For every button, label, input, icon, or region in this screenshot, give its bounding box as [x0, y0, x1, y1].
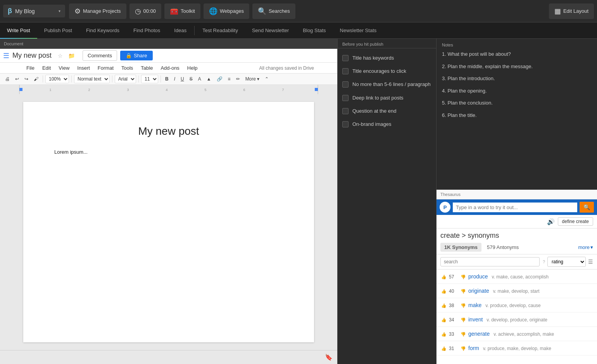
syn-word-1[interactable]: produce	[468, 273, 488, 280]
text-color-button[interactable]: A	[196, 75, 203, 83]
doc-hamburger-icon[interactable]: ☰	[3, 52, 9, 60]
style-select[interactable]: Normal text	[74, 75, 110, 83]
syn-vote-up-3[interactable]: 👍	[441, 303, 447, 308]
highlight-button[interactable]: ▲	[205, 75, 213, 83]
gear-icon: ⚙	[74, 7, 81, 15]
sound-icon[interactable]: 🔊	[547, 218, 555, 225]
help-icon[interactable]: ?	[543, 259, 545, 264]
bookmark-icon[interactable]: 🔖	[323, 352, 334, 362]
doc-body-text[interactable]: Lorem ipsum...	[54, 149, 283, 155]
menu-format[interactable]: Format	[95, 64, 117, 72]
manage-projects-button[interactable]: ⚙ Manage Projects	[69, 3, 126, 19]
more-button[interactable]: More ▾	[243, 75, 262, 83]
underline-button[interactable]: U	[179, 75, 186, 83]
zoom-select[interactable]: 100%	[45, 75, 69, 83]
more-label[interactable]: more ▾	[578, 244, 593, 250]
tab-ideas[interactable]: Ideas	[167, 22, 193, 39]
main-layout: Document ☰ My new post ☆ 📁 Comments 🔒 Sh…	[0, 39, 597, 364]
checklist-item-6[interactable]: On-brand images	[338, 118, 436, 131]
menu-file[interactable]: File	[23, 64, 38, 72]
tab-publish-post[interactable]: Publish Post	[37, 22, 79, 39]
menu-edit[interactable]: Edit	[39, 64, 54, 72]
searches-label: Searches	[269, 8, 290, 14]
synonyms-tab[interactable]: 1K Synonyms	[440, 243, 481, 252]
syn-word-3[interactable]: make	[468, 302, 481, 308]
share-button[interactable]: 🔒 Share	[120, 51, 153, 60]
doc-star-icon[interactable]: ☆	[58, 53, 63, 59]
syn-vote-down-5[interactable]: 👎	[461, 332, 466, 337]
checklist-item-4[interactable]: Deep link to past posts	[338, 91, 436, 105]
link-button[interactable]: 🔗	[215, 75, 224, 83]
checklist-item-3[interactable]: No more than 5-6 lines / paragraph	[338, 78, 436, 91]
italic-button[interactable]: I	[172, 75, 177, 83]
define-button[interactable]: define create	[558, 217, 593, 226]
syn-vote-down-2[interactable]: 👎	[461, 289, 466, 294]
fontsize-select[interactable]: 11	[141, 75, 158, 83]
syn-word-4[interactable]: invent	[468, 316, 483, 323]
sort-select[interactable]: rating alphabetical length	[547, 257, 586, 267]
undo-button[interactable]: ↩	[13, 75, 21, 83]
doc-title-row: ☰ My new post ☆ 📁 Comments 🔒 Share	[0, 49, 337, 63]
strikethrough-button[interactable]: S	[188, 75, 195, 83]
checkbox-5[interactable]	[342, 108, 349, 114]
checkbox-1[interactable]	[342, 55, 349, 61]
filter-icon[interactable]: ☰	[588, 259, 593, 265]
antonyms-tab[interactable]: 579 Antonyms	[483, 243, 523, 252]
menu-view[interactable]: View	[55, 64, 72, 72]
checkbox-6[interactable]	[342, 121, 349, 127]
print-button[interactable]: 🖨	[3, 75, 12, 83]
align-button[interactable]: ≡	[226, 75, 233, 83]
checkbox-4[interactable]	[342, 95, 349, 101]
tab-find-keywords[interactable]: Find Keywords	[79, 22, 126, 39]
tab-newsletter-stats[interactable]: Newsletter Stats	[333, 22, 384, 39]
timer-button[interactable]: ◷ 00:00	[129, 3, 162, 19]
menu-help[interactable]: Help	[184, 64, 201, 72]
pencil-button[interactable]: ✏	[234, 75, 242, 83]
menu-table[interactable]: Table	[138, 64, 156, 72]
toolkit-button[interactable]: 🧰 Toolkit	[164, 3, 200, 19]
tab-find-photos[interactable]: Find Photos	[126, 22, 167, 39]
syn-vote-up-6[interactable]: 👍	[441, 346, 447, 351]
doc-canvas[interactable]: My new post Lorem ipsum...	[0, 94, 337, 350]
paint-format-button[interactable]: 🖌	[32, 75, 40, 83]
collapse-button[interactable]: ⌃	[263, 75, 271, 83]
layout-icon: ▦	[554, 7, 561, 15]
thesaurus-label: Thesaurus	[437, 190, 597, 199]
tab-write-post[interactable]: Write Post	[0, 22, 37, 39]
tab-send-newsletter[interactable]: Send Newsletter	[245, 22, 296, 39]
checklist-item-2[interactable]: Title encourages to click	[338, 65, 436, 78]
checkbox-2[interactable]	[342, 68, 349, 74]
comments-button[interactable]: Comments	[83, 50, 117, 61]
syn-vote-up-5[interactable]: 👍	[441, 332, 447, 337]
synonym-search-input[interactable]	[440, 257, 540, 266]
thesaurus-search-input[interactable]	[453, 203, 577, 212]
syn-vote-down-3[interactable]: 👎	[461, 303, 466, 308]
edit-layout-button[interactable]: ▦ Edit Layout	[549, 3, 594, 19]
searches-button[interactable]: 🔍 Searches	[252, 3, 295, 19]
bold-button[interactable]: B	[163, 75, 171, 83]
syn-vote-down-4[interactable]: 👎	[461, 318, 466, 323]
syn-vote-down-1[interactable]: 👎	[461, 275, 466, 280]
menu-addons[interactable]: Add-ons	[157, 64, 182, 72]
checklist-item-5[interactable]: Question at the end	[338, 105, 436, 118]
doc-folder-icon[interactable]: 📁	[68, 53, 75, 59]
syn-vote-up-2[interactable]: 👍	[441, 289, 447, 294]
syn-vote-down-6[interactable]: 👎	[461, 346, 466, 351]
brand-button[interactable]: β My Blog ▾	[3, 5, 65, 17]
tab-test-readability[interactable]: Test Readability	[195, 22, 245, 39]
menu-tools[interactable]: Tools	[118, 64, 136, 72]
redo-button[interactable]: ↪	[22, 75, 30, 83]
thesaurus-search-button[interactable]: 🔍	[580, 202, 594, 213]
webpages-button[interactable]: 🌐 Webpages	[204, 3, 249, 19]
tab-blog-stats[interactable]: Blog Stats	[296, 22, 333, 39]
font-select[interactable]: Arial	[115, 75, 136, 83]
menu-insert[interactable]: Insert	[74, 64, 93, 72]
checkbox-3[interactable]	[342, 81, 349, 88]
syn-vote-up-4[interactable]: 👍	[441, 318, 447, 323]
checklist-item-1[interactable]: Title has keywords	[338, 52, 436, 65]
syn-word-5[interactable]: generate	[468, 331, 490, 337]
syn-word-6[interactable]: form	[468, 345, 479, 351]
syn-vote-up-1[interactable]: 👍	[441, 275, 447, 280]
doc-page[interactable]: My new post Lorem ipsum...	[23, 102, 314, 342]
syn-word-2[interactable]: originate	[468, 288, 489, 294]
